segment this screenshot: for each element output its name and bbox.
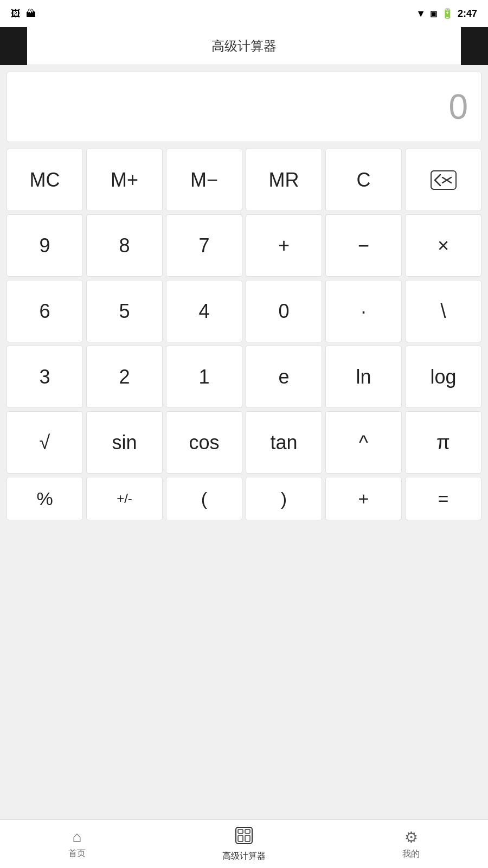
wifi-icon: ▼ [416, 8, 426, 20]
btn-sqrt[interactable]: √ [7, 411, 83, 474]
btn-mc[interactable]: MC [7, 149, 83, 211]
nav-calculator[interactable]: 高级计算器 [211, 822, 277, 866]
svg-rect-4 [238, 829, 243, 833]
page-title: 高级计算器 [211, 37, 277, 55]
status-icons-right: ▼ ▣ 🔋 2:47 [416, 8, 477, 20]
btn-log[interactable]: log [405, 346, 481, 408]
btn-3[interactable]: 3 [7, 346, 83, 408]
nav-calc-label: 高级计算器 [222, 851, 266, 862]
home-icon: ⌂ [73, 828, 82, 846]
btn-6[interactable]: 6 [7, 280, 83, 342]
nav-mine-label: 我的 [402, 848, 420, 860]
btn-8[interactable]: 8 [86, 214, 163, 277]
btn-mminus[interactable]: M− [166, 149, 242, 211]
btn-plus[interactable]: + [246, 214, 322, 277]
signal-icon: ▣ [430, 9, 437, 18]
btn-plusminus[interactable]: +/- [86, 477, 163, 520]
calculator-grid: MC M+ M− MR C 9 8 7 + − × 6 5 4 0 · \ 3 [0, 149, 488, 520]
btn-clear[interactable]: C [325, 149, 402, 211]
btn-multiply[interactable]: × [405, 214, 481, 277]
btn-rparen[interactable]: ) [246, 477, 322, 520]
battery-icon: 🔋 [441, 8, 453, 20]
btn-2[interactable]: 2 [86, 346, 163, 408]
nav-home[interactable]: ⌂ 首页 [57, 824, 97, 864]
btn-equals[interactable]: = [405, 477, 481, 520]
row-321: 3 2 1 e ln log [7, 346, 481, 408]
time-display: 2:47 [458, 8, 477, 20]
top-bar: 高级计算器 [0, 27, 488, 65]
nav-mine[interactable]: ⚙ 我的 [391, 824, 431, 864]
settings-icon: ⚙ [404, 828, 418, 846]
btn-backspace[interactable] [405, 149, 481, 211]
bottom-nav: ⌂ 首页 高级计算器 ⚙ 我的 [0, 819, 488, 868]
btn-cos[interactable]: cos [166, 411, 242, 474]
btn-0[interactable]: 0 [246, 280, 322, 342]
btn-power[interactable]: ^ [325, 411, 402, 474]
row-654: 6 5 4 0 · \ [7, 280, 481, 342]
svg-rect-6 [238, 835, 243, 841]
btn-1[interactable]: 1 [166, 346, 242, 408]
status-icons-left: 🖼 🏔 [11, 8, 36, 20]
top-bar-right-block [461, 27, 488, 65]
btn-extra-plus[interactable]: + [325, 477, 402, 520]
btn-percent[interactable]: % [7, 477, 83, 520]
display-value: 0 [448, 87, 468, 127]
btn-mr[interactable]: MR [246, 149, 322, 211]
svg-rect-5 [245, 829, 250, 833]
btn-e[interactable]: e [246, 346, 322, 408]
btn-sin[interactable]: sin [86, 411, 163, 474]
btn-4[interactable]: 4 [166, 280, 242, 342]
btn-7[interactable]: 7 [166, 214, 242, 277]
nav-home-label: 首页 [68, 848, 86, 859]
btn-pi[interactable]: π [405, 411, 481, 474]
btn-backslash[interactable]: \ [405, 280, 481, 342]
image-icon: 🏔 [26, 8, 36, 20]
top-bar-left-block [0, 27, 27, 65]
btn-tan[interactable]: tan [246, 411, 322, 474]
btn-minus[interactable]: − [325, 214, 402, 277]
display-area: 0 [7, 72, 481, 142]
btn-9[interactable]: 9 [7, 214, 83, 277]
btn-mplus[interactable]: M+ [86, 149, 163, 211]
calculator-icon [235, 826, 253, 848]
btn-lparen[interactable]: ( [166, 477, 242, 520]
btn-ln[interactable]: ln [325, 346, 402, 408]
memory-row: MC M+ M− MR C [7, 149, 481, 211]
btn-dot[interactable]: · [325, 280, 402, 342]
row-987: 9 8 7 + − × [7, 214, 481, 277]
svg-rect-7 [245, 835, 250, 841]
row-trig: √ sin cos tan ^ π [7, 411, 481, 474]
status-bar: 🖼 🏔 ▼ ▣ 🔋 2:47 [0, 0, 488, 27]
photo-icon: 🖼 [11, 8, 21, 20]
row-partial: % +/- ( ) + = [7, 477, 481, 520]
btn-5[interactable]: 5 [86, 280, 163, 342]
